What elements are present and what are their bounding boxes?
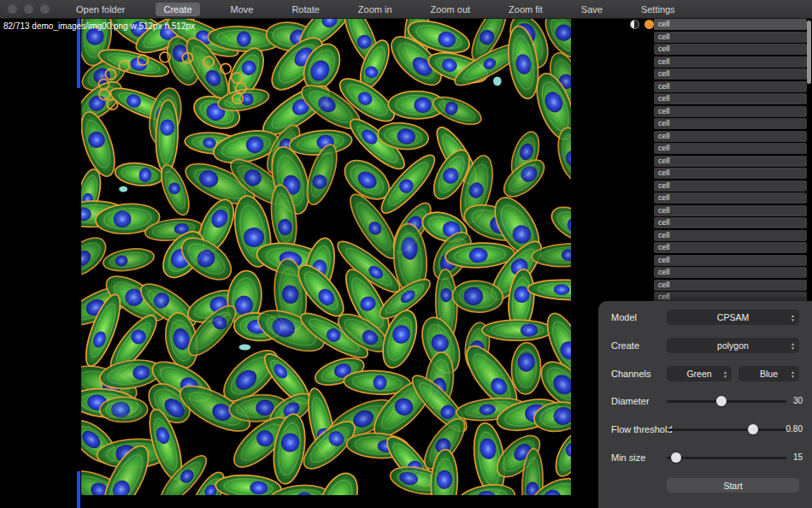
list-item[interactable]: cell bbox=[654, 205, 807, 216]
channel-1-value: Green bbox=[686, 369, 711, 379]
min-size-label: Min size bbox=[611, 452, 645, 463]
list-rows: cellcellcellcellcellcellcellcellcellcell… bbox=[630, 32, 812, 316]
saturation-bar-bottom bbox=[77, 471, 80, 508]
diameter-label: Diameter bbox=[611, 396, 650, 406]
scrollbar-thumb[interactable] bbox=[807, 21, 811, 84]
open-folder-button[interactable]: Open folder bbox=[68, 3, 132, 16]
contrast-icon[interactable] bbox=[630, 20, 639, 29]
list-item[interactable]: cell bbox=[654, 131, 807, 142]
model-dropdown[interactable]: CPSAM ▲▼ bbox=[667, 310, 799, 325]
list-item[interactable]: cell bbox=[654, 255, 807, 266]
list-item[interactable]: cell bbox=[654, 168, 807, 179]
list-item[interactable]: cell bbox=[654, 81, 807, 92]
chevron-updown-icon: ▲▼ bbox=[791, 370, 795, 378]
list-item[interactable]: cell bbox=[654, 230, 807, 241]
close-button[interactable] bbox=[8, 4, 17, 14]
zoom-window-button[interactable] bbox=[40, 4, 50, 14]
diameter-slider[interactable] bbox=[667, 393, 786, 409]
slider-handle[interactable] bbox=[748, 424, 758, 434]
list-item-label: cell bbox=[658, 20, 670, 28]
list-item[interactable]: cell bbox=[654, 267, 807, 278]
create-dropdown[interactable]: polygon ▲▼ bbox=[667, 338, 799, 353]
chevron-updown-icon: ▲▼ bbox=[791, 314, 795, 322]
list-item[interactable]: cell bbox=[654, 280, 807, 291]
chevron-updown-icon: ▲▼ bbox=[791, 342, 795, 350]
min-size-slider[interactable] bbox=[667, 450, 786, 465]
flow-threshold-row: Flow threshold 0.80 bbox=[598, 422, 812, 439]
list-item[interactable]: cell bbox=[654, 68, 807, 80]
minimize-button[interactable] bbox=[24, 4, 33, 14]
chevron-updown-icon: ▲▼ bbox=[723, 370, 727, 378]
channels-row: Channels Green ▲▼ Blue ▲▼ bbox=[598, 366, 812, 383]
list-item[interactable]: cell bbox=[654, 242, 807, 253]
move-button[interactable]: Move bbox=[223, 3, 262, 16]
min-size-row: Min size 15 bbox=[598, 450, 812, 467]
zoom-fit-button[interactable]: Zoom fit bbox=[501, 3, 550, 16]
list-item[interactable]: cell bbox=[654, 93, 807, 104]
traffic-lights bbox=[8, 4, 50, 14]
flow-threshold-slider[interactable] bbox=[667, 422, 786, 437]
channel-1-dropdown[interactable]: Green ▲▼ bbox=[667, 366, 732, 381]
toolbar: Open folder Create Move Rotate Zoom in Z… bbox=[0, 0, 812, 19]
settings-panel: Model CPSAM ▲▼ Create polygon ▲▼ Channel… bbox=[598, 301, 812, 508]
channel-2-value: Blue bbox=[760, 369, 778, 379]
list-item[interactable]: cell bbox=[654, 19, 807, 30]
list-item[interactable]: cell bbox=[654, 192, 807, 204]
slider-handle[interactable] bbox=[671, 452, 681, 463]
diameter-value: 30 bbox=[793, 396, 803, 405]
list-item[interactable]: cell bbox=[654, 32, 807, 43]
main-content: 82/713 demo_images/img00.png w 512px h 5… bbox=[0, 19, 812, 508]
flow-threshold-value: 0.80 bbox=[786, 424, 803, 434]
image-canvas[interactable] bbox=[81, 19, 571, 495]
rotate-button[interactable]: Rotate bbox=[284, 3, 327, 16]
diameter-row: Diameter 30 bbox=[598, 393, 812, 411]
mask-color-swatch[interactable] bbox=[644, 20, 654, 29]
create-label: Create bbox=[611, 340, 639, 351]
zoom-in-button[interactable]: Zoom in bbox=[350, 3, 400, 16]
create-value: polygon bbox=[717, 340, 749, 351]
channels-label: Channels bbox=[611, 369, 650, 379]
list-item[interactable]: cell bbox=[654, 180, 807, 192]
slider-track bbox=[667, 457, 786, 459]
model-row: Model CPSAM ▲▼ bbox=[598, 310, 812, 327]
channel-2-dropdown[interactable]: Blue ▲▼ bbox=[738, 366, 799, 381]
min-size-value: 15 bbox=[793, 452, 803, 462]
list-item[interactable]: cell bbox=[654, 217, 807, 228]
start-button[interactable]: Start bbox=[667, 478, 799, 493]
save-button[interactable]: Save bbox=[574, 3, 610, 16]
list-item[interactable]: cell bbox=[654, 143, 807, 154]
list-item[interactable]: cell bbox=[654, 118, 807, 129]
slider-handle[interactable] bbox=[716, 396, 727, 406]
list-item[interactable]: cell bbox=[654, 44, 807, 55]
list-item[interactable]: cell bbox=[654, 106, 807, 117]
toolbar-items: Open folder Create Move Rotate Zoom in Z… bbox=[68, 3, 683, 16]
settings-button[interactable]: Settings bbox=[633, 3, 683, 16]
list-item[interactable]: cell bbox=[654, 56, 807, 68]
status-text: 82/713 demo_images/img00.png w 512px h 5… bbox=[3, 21, 195, 31]
create-button[interactable]: Create bbox=[156, 3, 199, 16]
list-controls: cell bbox=[630, 19, 812, 30]
zoom-out-button[interactable]: Zoom out bbox=[423, 3, 478, 16]
model-label: Model bbox=[611, 312, 637, 322]
list-item[interactable]: cell bbox=[654, 156, 807, 167]
flow-threshold-label: Flow threshold bbox=[611, 424, 673, 434]
slider-track bbox=[667, 428, 786, 431]
create-row: Create polygon ▲▼ bbox=[598, 338, 812, 355]
model-value: CPSAM bbox=[717, 312, 749, 322]
